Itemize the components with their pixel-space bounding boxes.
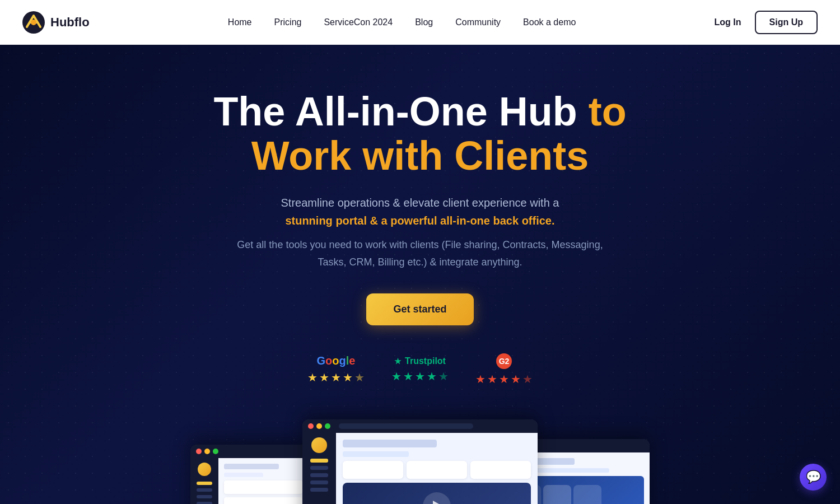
nav-community[interactable]: Community <box>455 17 501 27</box>
play-triangle <box>433 501 443 504</box>
dot-green <box>325 423 330 429</box>
left-panel-sidebar <box>190 458 218 504</box>
nav-blog[interactable]: Blog <box>415 17 433 27</box>
chat-icon: 💬 <box>806 470 821 484</box>
tp-star-3: ★ <box>415 370 425 383</box>
nav-home[interactable]: Home <box>228 17 252 27</box>
center-card-a <box>343 461 403 479</box>
center-content <box>336 433 538 504</box>
center-menu-2 <box>310 473 328 477</box>
dashboard-mockup <box>190 414 650 504</box>
signup-button[interactable]: Sign Up <box>755 11 818 34</box>
hero-subtitle-plain: Streamline operations & elevate client e… <box>281 197 559 209</box>
sidebar-avatar <box>198 463 211 476</box>
trustpilot-rating: ★ Trustpilot ★ ★ ★ ★ ★ <box>391 356 449 383</box>
star-2: ★ <box>319 371 329 384</box>
nav-pricing[interactable]: Pricing <box>274 17 302 27</box>
hero-title: The All-in-One Hub to Work with Clients <box>179 90 661 178</box>
navbar-actions: Log In Sign Up <box>715 11 818 34</box>
center-subtitle <box>343 451 409 457</box>
tp-star-5: ★ <box>438 370 449 383</box>
center-avatar <box>311 437 327 453</box>
center-card-row <box>343 461 531 479</box>
tp-star-2: ★ <box>403 370 413 383</box>
nav-links: Home Pricing ServiceCon 2024 Blog Commun… <box>228 17 576 27</box>
center-photo-area <box>343 483 531 504</box>
center-sidebar <box>302 433 336 504</box>
g2-star-1: ★ <box>475 372 486 386</box>
g2-star-2: ★ <box>487 372 497 386</box>
dot-yellow <box>204 449 210 454</box>
dot-yellow <box>316 423 322 429</box>
sidebar-menu-2 <box>197 495 212 498</box>
center-address-bar <box>339 423 473 429</box>
left-dashboard-panel <box>190 445 308 504</box>
star-5: ★ <box>354 371 365 384</box>
left-card-1 <box>224 480 302 494</box>
center-menu-1 <box>310 466 328 470</box>
center-card-b <box>407 461 467 479</box>
svg-text:G2: G2 <box>499 357 510 366</box>
left-card-2 <box>224 497 302 504</box>
sidebar-menu-1 <box>197 488 212 492</box>
center-card-c <box>470 461 531 479</box>
svg-point-1 <box>31 20 36 25</box>
left-panel-content <box>218 458 308 504</box>
dot-red <box>196 449 202 454</box>
center-menu-3 <box>310 480 328 484</box>
play-button-icon <box>423 492 451 504</box>
trustpilot-stars: ★ ★ ★ ★ ★ <box>391 370 449 383</box>
sidebar-menu-active <box>197 482 212 485</box>
tp-star-1: ★ <box>391 370 402 383</box>
tp-star-4: ★ <box>427 370 437 383</box>
nav-demo[interactable]: Book a demo <box>523 17 576 27</box>
login-button[interactable]: Log In <box>715 17 741 27</box>
ratings-row: Google ★ ★ ★ ★ ★ ★ Trustpilot ★ ★ <box>307 353 533 386</box>
center-title <box>343 440 437 447</box>
g2-logo-icon: G2 <box>496 353 512 369</box>
center-menu-active <box>310 459 328 463</box>
left-panel-body <box>190 458 308 504</box>
get-started-button[interactable]: Get started <box>366 293 473 325</box>
logo-icon <box>22 11 45 34</box>
google-stars: ★ ★ ★ ★ ★ <box>307 371 365 384</box>
left-content-header <box>224 464 279 469</box>
photo-3 <box>573 485 601 504</box>
dot-green <box>213 449 218 454</box>
star-3: ★ <box>331 371 341 384</box>
chat-bubble[interactable]: 💬 <box>800 464 827 491</box>
center-panel-bar <box>302 419 538 433</box>
hero-section: The All-in-One Hub to Work with Clients … <box>0 45 840 504</box>
star-1: ★ <box>307 371 318 384</box>
logo-text: Hubflo <box>50 15 90 30</box>
left-panel-bar <box>190 445 308 458</box>
hero-content: The All-in-One Hub to Work with Clients … <box>179 45 661 504</box>
hero-subtitle: Streamline operations & elevate client e… <box>281 194 559 230</box>
dot-red <box>308 423 314 429</box>
g2-star-3: ★ <box>499 372 509 386</box>
photo-2 <box>543 485 571 504</box>
center-menu-4 <box>310 488 328 492</box>
g2-brand-row: G2 <box>496 353 512 369</box>
hero-description: Get all the tools you need to work with … <box>224 236 616 270</box>
star-4: ★ <box>343 371 353 384</box>
center-dashboard-panel <box>302 419 538 504</box>
center-panel-body <box>302 433 538 504</box>
hero-title-plain: The All-in-One Hub <box>213 89 588 134</box>
trustpilot-brand: ★ Trustpilot <box>394 356 446 366</box>
left-content-sub <box>224 473 263 477</box>
navbar: Hubflo Home Pricing ServiceCon 2024 Blog… <box>0 0 840 45</box>
g2-stars: ★ ★ ★ ★ ★ <box>475 372 533 386</box>
hero-subtitle-highlight: stunning portal & a powerful all-in-one … <box>285 214 554 227</box>
g2-star-5: ★ <box>522 372 533 386</box>
g2-rating: G2 ★ ★ ★ ★ ★ <box>475 353 533 386</box>
google-rating: Google ★ ★ ★ ★ ★ <box>307 354 365 384</box>
nav-servicecon[interactable]: ServiceCon 2024 <box>324 17 393 27</box>
logo[interactable]: Hubflo <box>22 11 90 34</box>
google-brand: Google <box>317 354 356 367</box>
sidebar-menu-3 <box>197 502 212 504</box>
g2-star-4: ★ <box>511 372 521 386</box>
trustpilot-label: Trustpilot <box>405 356 446 366</box>
